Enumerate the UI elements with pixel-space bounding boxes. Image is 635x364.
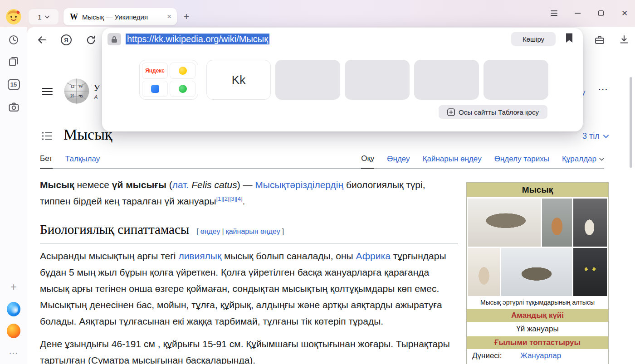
cat-photo-1[interactable] <box>468 199 541 247</box>
edit-source-link[interactable]: қайнарын өңдеу <box>226 228 280 235</box>
profile-avatar[interactable] <box>6 9 21 24</box>
tablo-tile-current-site[interactable]: Kk <box>206 60 271 100</box>
omnibox-dropdown: https://kk.wikipedia.org/wiki/Мысық Көші… <box>102 28 583 131</box>
contents-icon[interactable] <box>42 131 53 142</box>
text-run: немесе <box>74 180 112 190</box>
article-body: Мысық немесе үй мысығы (лат. Felis catus… <box>40 177 458 364</box>
tablo-tile-empty-2[interactable] <box>345 60 410 100</box>
libyan-cat-link[interactable]: ливиялық <box>178 251 221 261</box>
ref-link-3[interactable]: [3] <box>230 195 236 202</box>
felidae-link[interactable]: Мысықтәрізділердің <box>255 180 343 190</box>
tab-history[interactable]: Өңделу тарихы <box>494 155 549 168</box>
site-tile-label: Kk <box>232 73 245 87</box>
cat-photo-6[interactable] <box>573 248 607 296</box>
chevron-down-icon <box>599 158 604 161</box>
text-run: Асыранды мысықтың арғы тегі <box>40 251 178 261</box>
tab-tools-label: Құралдар <box>562 155 596 164</box>
address-bar[interactable]: https://kk.wikipedia.org/wiki/Мысық <box>126 33 269 45</box>
text-run: ( <box>166 180 172 190</box>
ref-link-2[interactable]: [2] <box>223 195 229 202</box>
intro-paragraph: Мысық немесе үй мысығы (лат. Felis catus… <box>40 177 458 209</box>
new-tab-button[interactable]: + <box>181 11 192 23</box>
infobox: Мысық Мысық әртүрлі тұқымдарының алтысы … <box>466 182 609 364</box>
latin-link[interactable]: лат. <box>172 180 189 190</box>
messenger-service-icon[interactable] <box>142 81 168 97</box>
text-run: тұрғындары бұдан 5 мың жыл бұрын қолға ү… <box>40 251 446 326</box>
sidebar-add-icon[interactable]: + <box>7 280 20 294</box>
tablo-tile-empty-3[interactable] <box>414 60 479 100</box>
latin-name: Felis catus <box>191 180 237 190</box>
screenshot-icon[interactable] <box>7 100 20 114</box>
cat-photo-4[interactable] <box>468 248 500 296</box>
cat-photo-3[interactable] <box>573 199 607 247</box>
tab-edit-source[interactable]: Қайнарын өңдеу <box>423 155 482 168</box>
edit-link[interactable]: өңдеу <box>200 228 220 235</box>
sidebar-more-icon[interactable]: ⋯ <box>7 346 20 360</box>
tab-edit[interactable]: Өңдеу <box>387 155 410 168</box>
wikipedia-wordmark-partial: У <box>93 83 100 94</box>
section-heading: Биологиялық сипаттамасы[өңдеу|қайнарын ө… <box>40 221 458 243</box>
ref-link-4[interactable]: [4] <box>236 195 242 202</box>
yandex-services-tile[interactable]: Яндекс <box>142 63 168 79</box>
browser-tab-wikipedia[interactable]: W Мысық — Уикипедия × <box>64 8 177 25</box>
smiley-service-icon[interactable] <box>170 63 195 79</box>
wikipedia-logo[interactable]: Ω W И ᓀ <box>64 78 90 104</box>
tab-read[interactable]: Оқу <box>361 154 374 169</box>
notes-counter-badge[interactable]: 15 <box>7 78 20 91</box>
cat-photo-5[interactable] <box>501 248 572 296</box>
ref-link-1[interactable]: [1] <box>216 195 223 202</box>
kingdom-link[interactable]: Жануарлар <box>520 351 561 360</box>
cat-photo-2[interactable] <box>542 199 572 247</box>
svg-text:И: И <box>70 93 74 98</box>
minimize-button[interactable] <box>573 9 581 17</box>
tablo-tile-empty-4[interactable] <box>484 60 548 100</box>
history-icon[interactable] <box>7 33 20 47</box>
tab-talk[interactable]: Талқылау <box>65 155 100 168</box>
tablo-tile-yandex[interactable]: Яндекс <box>139 60 198 100</box>
yandex-search-icon[interactable]: Я <box>60 34 73 46</box>
browser-menu-icon[interactable] <box>550 9 558 17</box>
svg-text:W: W <box>78 83 83 89</box>
svg-text:Ω: Ω <box>71 83 74 89</box>
reload-icon[interactable] <box>84 34 97 46</box>
notes-counter-value: 15 <box>8 79 20 90</box>
yandex-browser-icon[interactable] <box>7 302 20 316</box>
wiki-menu-icon[interactable] <box>42 88 53 95</box>
back-button[interactable] <box>35 34 48 46</box>
infobox-caption: Мысық әртүрлі тұқымдарының алтысы <box>467 297 608 309</box>
browser-sidebar: 15 + ⋯ <box>0 27 27 364</box>
body-paragraph: Дене ұзындығы 46-191 см , құйрығы 15-91 … <box>40 336 458 364</box>
downloads-icon[interactable] <box>618 34 630 46</box>
tab-close-icon[interactable]: × <box>166 12 172 21</box>
green-service-icon[interactable] <box>170 81 195 97</box>
taxonomy-header: Ғылыми топтастыруы <box>467 336 608 349</box>
close-button[interactable]: ✕ <box>620 9 629 17</box>
tab-article[interactable]: Бет <box>40 154 53 169</box>
profile-sphere-icon[interactable] <box>7 324 20 338</box>
copy-url-button[interactable]: Көшіру <box>511 32 556 46</box>
tab-tools[interactable]: Құралдар <box>562 155 604 168</box>
chevron-down-icon <box>45 15 49 19</box>
tab-counter[interactable]: 1 <box>28 9 59 25</box>
bookmark-icon[interactable] <box>565 33 573 45</box>
page-scrollbar[interactable] <box>630 77 632 168</box>
window-controls: ✕ <box>550 5 629 21</box>
lock-icon[interactable] <box>107 33 121 45</box>
bold-term: үй мысығы <box>112 180 166 190</box>
text-run: . <box>243 196 245 206</box>
header-more-icon[interactable]: ⋯ <box>598 83 608 95</box>
extensions-icon[interactable] <box>593 34 606 46</box>
svg-text:ᓀ: ᓀ <box>78 93 83 98</box>
text-run: мысық болып саналады, оны <box>221 251 356 261</box>
tabs-panel-icon[interactable] <box>7 55 20 68</box>
add-to-tablo-button[interactable]: Осы сайтты Таблоға қосу <box>439 105 547 119</box>
bracket: [ <box>196 228 198 235</box>
avatar-illustration <box>6 9 21 24</box>
url-selected-text[interactable]: https://kk.wikipedia.org/wiki/Мысық <box>126 34 269 44</box>
africa-link[interactable]: Африка <box>356 251 391 261</box>
language-switcher[interactable]: 3 тіл <box>582 131 609 141</box>
divider: | <box>222 228 224 235</box>
tablo-tile-empty-1[interactable] <box>275 60 340 100</box>
maximize-button[interactable] <box>597 9 605 17</box>
edit-section-links: [өңдеу|қайнарын өңдеу] <box>195 228 286 235</box>
